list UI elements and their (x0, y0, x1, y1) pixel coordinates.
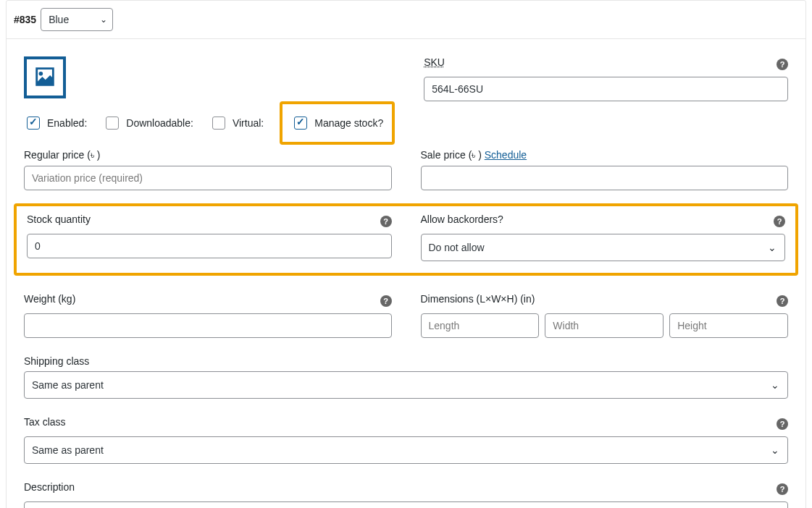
help-icon[interactable]: ? (777, 295, 788, 307)
help-icon[interactable]: ? (380, 295, 392, 307)
description-textarea[interactable] (24, 501, 788, 508)
sale-price-input[interactable] (421, 166, 789, 190)
help-icon[interactable]: ? (777, 418, 788, 430)
manage-stock-label: Manage stock? (314, 117, 383, 129)
manage-stock-highlight: Manage stock? (280, 101, 395, 145)
image-icon (33, 64, 57, 91)
help-icon[interactable]: ? (777, 483, 788, 495)
help-icon[interactable]: ? (380, 216, 392, 227)
height-input[interactable] (669, 313, 788, 338)
enabled-label: Enabled: (47, 117, 87, 129)
variation-image-placeholder[interactable] (24, 56, 66, 98)
weight-label: Weight (kg) (24, 293, 75, 305)
attribute-select[interactable]: Blue (41, 8, 113, 31)
enabled-checkbox[interactable]: Enabled: (24, 114, 87, 132)
toggle-row: Enabled: Downloadable: Virtual: (24, 114, 395, 132)
help-icon[interactable]: ? (774, 216, 785, 227)
downloadable-checkbox[interactable]: Downloadable: (103, 114, 193, 132)
downloadable-label: Downloadable: (126, 117, 193, 129)
sale-price-label: Sale price (৳ ) Schedule (421, 149, 789, 161)
dimensions-label: Dimensions (L×W×H) (in) (421, 293, 535, 305)
virtual-label: Virtual: (233, 117, 264, 129)
variation-id: #835 (14, 14, 36, 25)
length-input[interactable] (421, 313, 540, 338)
backorders-label: Allow backorders? (421, 213, 503, 225)
help-icon[interactable]: ? (777, 59, 788, 70)
regular-price-input[interactable] (24, 166, 392, 190)
stock-qty-label: Stock quantity (27, 213, 91, 225)
stock-highlight: Stock quantity ? Allow backorders? ? Do (14, 203, 798, 276)
regular-price-label: Regular price (৳ ) (24, 149, 392, 161)
sku-label: SKU (424, 56, 445, 68)
description-label: Description (24, 481, 75, 493)
width-input[interactable] (545, 313, 664, 338)
shipping-class-select[interactable]: Same as parent (24, 371, 788, 399)
weight-input[interactable] (24, 313, 392, 338)
manage-stock-checkbox[interactable]: Manage stock? (291, 114, 383, 132)
sku-input[interactable] (424, 77, 788, 101)
tax-class-label: Tax class (24, 416, 66, 428)
shipping-class-label: Shipping class (24, 355, 788, 367)
stock-qty-input[interactable] (27, 234, 392, 258)
virtual-checkbox[interactable]: Virtual: (209, 114, 264, 132)
backorders-select[interactable]: Do not allow (421, 234, 786, 261)
tax-class-select[interactable]: Same as parent (24, 436, 788, 464)
variation-header: #835 Blue ⌄ (7, 1, 805, 39)
schedule-link[interactable]: Schedule (485, 149, 527, 161)
